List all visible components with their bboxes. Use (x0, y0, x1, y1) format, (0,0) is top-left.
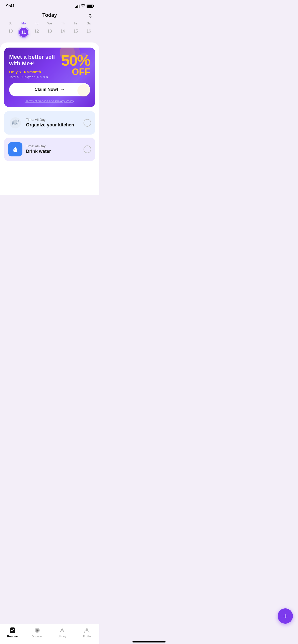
page-title: Today (42, 12, 57, 18)
habit-info-water: Time: All-Day Drink water (26, 144, 80, 154)
habit-checkbox-kitchen[interactable] (84, 119, 91, 127)
status-icons (75, 4, 93, 8)
promo-headline: Meet a better self with Me+! (9, 54, 61, 67)
main-content: Meet a better self with Me+! Only $1.67/… (0, 42, 99, 195)
habit-time-water: Time: All-Day (26, 144, 80, 148)
calendar-strip: Su 10 Mo 11 Tu 12 We 13 Th 14 Fr 15 Sa 1… (0, 21, 99, 42)
calendar-day-fr[interactable]: Fr 15 (69, 22, 82, 36)
habit-info-kitchen: Time: All-Day Organize your kitchen (26, 118, 80, 128)
calendar-day-mo[interactable]: Mo 11 (17, 22, 30, 38)
calendar-day-th[interactable]: Th 14 (56, 22, 69, 36)
calendar-day-sa[interactable]: Sa 16 (82, 22, 95, 36)
claim-now-button[interactable]: Claim Now! → (9, 83, 90, 96)
promo-price-monthly: Only $1.67/month (9, 70, 61, 74)
habit-time-kitchen: Time: All-Day (26, 118, 80, 122)
promo-price-yearly: Total $19.99/year ($39.99) (9, 75, 61, 79)
page-header: Today (0, 11, 99, 21)
habit-name-water: Drink water (26, 149, 80, 154)
habit-checkbox-water[interactable] (84, 145, 91, 153)
habit-card-water: Time: All-Day Drink water (4, 138, 95, 161)
wifi-icon (81, 4, 85, 8)
habit-name-kitchen: Organize your kitchen (26, 122, 80, 128)
signal-icon (75, 4, 79, 8)
promo-discount-num: 50% (61, 54, 90, 67)
status-time: 9:41 (6, 4, 15, 9)
sort-button[interactable] (86, 12, 94, 20)
promo-terms-link[interactable]: Terms of Service and Privacy Policy (9, 99, 90, 103)
battery-icon (87, 5, 93, 8)
svg-point-2 (13, 120, 17, 124)
promo-discount: 50% OFF (61, 54, 90, 77)
kitchen-icon (8, 116, 22, 130)
calendar-day-tu[interactable]: Tu 12 (30, 22, 43, 36)
claim-arrow-icon: → (60, 87, 65, 92)
promo-banner: Meet a better self with Me+! Only $1.67/… (4, 48, 95, 107)
water-icon (8, 142, 22, 156)
habit-card-kitchen: Time: All-Day Organize your kitchen (4, 111, 95, 135)
promo-content: Meet a better self with Me+! Only $1.67/… (9, 54, 90, 79)
calendar-day-su[interactable]: Su 10 (4, 22, 17, 36)
calendar-day-we[interactable]: We 13 (43, 22, 56, 36)
promo-text: Meet a better self with Me+! Only $1.67/… (9, 54, 61, 79)
status-bar: 9:41 (0, 0, 99, 11)
